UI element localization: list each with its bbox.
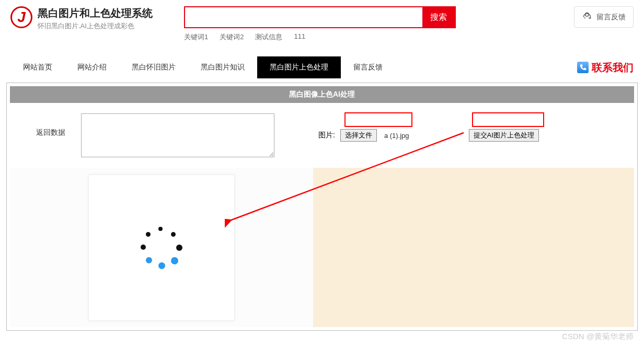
search-button[interactable]: 搜索 bbox=[422, 7, 455, 27]
loading-preview-box bbox=[88, 175, 235, 321]
contact-us-link[interactable]: 联系我们 bbox=[577, 61, 634, 75]
return-data-label: 返回数据 bbox=[36, 113, 65, 137]
feedback-label: 留言反馈 bbox=[596, 13, 626, 22]
preview-right-cell bbox=[313, 168, 634, 327]
search-input[interactable] bbox=[185, 7, 422, 27]
feedback-button[interactable]: 留言反馈 bbox=[574, 6, 634, 28]
nav-feedback[interactable]: 留言反馈 bbox=[341, 56, 395, 78]
keyword-link[interactable]: 111 bbox=[294, 32, 305, 42]
app-title: 黑白图片和上色处理系统 bbox=[38, 6, 153, 20]
app-subtitle: 怀旧黑白图片.AI上色处理成彩色 bbox=[38, 21, 153, 31]
nav-bw-photos[interactable]: 黑白怀旧图片 bbox=[119, 56, 188, 78]
loading-spinner-icon bbox=[138, 224, 185, 271]
choose-file-button[interactable]: 选择文件 bbox=[340, 129, 377, 142]
keyword-link[interactable]: 关键词2 bbox=[220, 32, 244, 42]
logo-icon: J bbox=[10, 6, 32, 28]
headset-icon bbox=[582, 11, 592, 23]
keyword-list: 关键词1 关键词2 测试信息 111 bbox=[184, 32, 456, 42]
file-name-text: a (1).jpg bbox=[382, 131, 411, 141]
nav-knowledge[interactable]: 黑白图片知识 bbox=[188, 56, 257, 78]
nav-colorize[interactable]: 黑白图片上色处理 bbox=[257, 56, 341, 78]
contact-label: 联系我们 bbox=[592, 61, 634, 75]
main-panel: 黑白图像上色AI处理 返回数据 图片: 选择文件 a (1).jpg 提交AI图… bbox=[6, 83, 638, 331]
nav-about[interactable]: 网站介绍 bbox=[65, 56, 119, 78]
logo-section: J 黑白图片和上色处理系统 怀旧黑白图片.AI上色处理成彩色 bbox=[10, 6, 153, 31]
phone-icon bbox=[577, 62, 589, 73]
image-label: 图片: bbox=[318, 131, 335, 140]
keyword-link[interactable]: 关键词1 bbox=[184, 32, 208, 42]
submit-colorize-button[interactable]: 提交AI图片上色处理 bbox=[469, 129, 539, 142]
panel-title: 黑白图像上色AI处理 bbox=[10, 86, 634, 103]
return-data-textarea[interactable] bbox=[81, 113, 274, 157]
main-nav: 网站首页 网站介绍 黑白怀旧图片 黑白图片知识 黑白图片上色处理 留言反馈 bbox=[10, 56, 395, 78]
search-box: 搜索 bbox=[184, 6, 456, 28]
watermark-text: CSDN @黄菊华老师 bbox=[562, 332, 634, 342]
preview-left-cell bbox=[10, 168, 313, 327]
keyword-link[interactable]: 测试信息 bbox=[255, 32, 282, 42]
nav-home[interactable]: 网站首页 bbox=[10, 56, 65, 78]
